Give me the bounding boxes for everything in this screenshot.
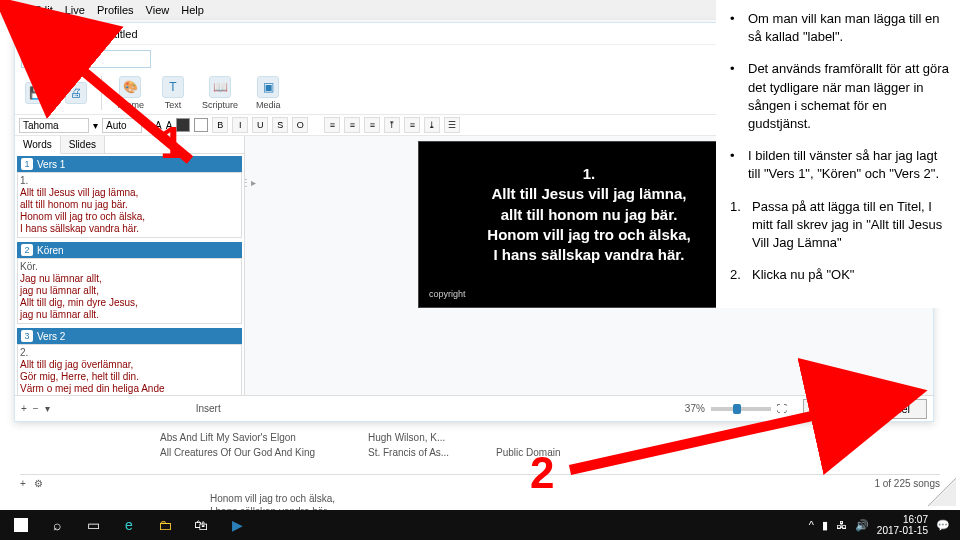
network-icon[interactable]: 🖧	[836, 519, 847, 531]
valign-top-button[interactable]: ⤒	[384, 117, 400, 133]
section-body[interactable]: 1.Allt till Jesus vill jag lämna,allt ti…	[17, 172, 242, 238]
save-button[interactable]: 💾	[21, 80, 51, 106]
tab-words[interactable]: Words	[15, 136, 61, 154]
system-clock[interactable]: 16:07 2017-01-15	[877, 514, 928, 536]
media-button[interactable]: ▣Media	[252, 74, 285, 112]
callout-number-1: 1	[160, 118, 184, 168]
dialog-title: Song Editor - Untitled	[33, 28, 138, 40]
note-step-1: Passa på att lägga till en Titel, I mitt…	[752, 198, 952, 253]
save-icon: 💾	[25, 82, 47, 104]
list-button[interactable]: ☰	[444, 117, 460, 133]
note-bullet-3: I bilden till vänster så har jag lagt ti…	[748, 147, 952, 183]
callout-arrow-1	[60, 50, 220, 174]
song-title-cell: All Creatures Of Our God And King	[160, 445, 350, 460]
section-body[interactable]: 2.Allt till dig jag överlämnar,Gör mig, …	[17, 344, 242, 395]
menu-profiles[interactable]: Profiles	[97, 4, 134, 16]
insert-label: Insert	[196, 403, 221, 414]
lyrics-pane: Words Slides 1Vers 11.Allt till Jesus vi…	[15, 136, 245, 395]
preview-line: allt till honom nu jag bär.	[429, 205, 749, 225]
slide-preview: 1. Allt till Jesus vill jag lämna, allt …	[419, 142, 759, 307]
menu-file[interactable]: File	[4, 4, 22, 16]
volume-icon[interactable]: 🔊	[855, 519, 869, 532]
table-row[interactable]: All Creatures Of Our God And King St. Fr…	[160, 445, 586, 460]
table-row[interactable]: Abs And Lift My Savior's Elgon Hugh Wils…	[160, 430, 586, 445]
section-label-bar[interactable]: 2Kören	[17, 242, 242, 258]
menu-edit[interactable]: Edit	[34, 4, 53, 16]
pane-resize-handle[interactable]: ⋮▸	[244, 175, 252, 189]
preview-line: I hans sällskap vandra här.	[429, 245, 749, 265]
section-body[interactable]: Kör.Jag nu lämnar allt,jag nu lämnar all…	[17, 258, 242, 324]
menu-view[interactable]: View	[146, 4, 170, 16]
menu-help[interactable]: Help	[181, 4, 204, 16]
song-title-cell: Abs And Lift My Savior's Elgon	[160, 430, 350, 445]
page-curl-decoration	[928, 478, 956, 506]
search-icon[interactable]: ⌕	[40, 512, 74, 538]
preview-line-number: 1.	[429, 164, 749, 184]
note-bullet-1: Om man vill kan man lägga till en så kal…	[748, 10, 952, 46]
add-icon[interactable]: +	[20, 478, 26, 489]
gear-icon[interactable]: ⚙	[34, 478, 43, 489]
media-label: Media	[256, 100, 281, 110]
store-icon[interactable]: 🛍	[184, 512, 218, 538]
callout-arrow-2	[560, 400, 860, 484]
valign-middle-button[interactable]: ≡	[404, 117, 420, 133]
strike-button[interactable]: S	[272, 117, 288, 133]
app-play-icon	[21, 29, 29, 39]
media-icon: ▣	[257, 76, 279, 98]
copyright-label: copyright	[429, 289, 749, 299]
outline-button[interactable]: O	[292, 117, 308, 133]
add-section-button[interactable]: +	[21, 403, 27, 414]
callout-number-2: 2	[530, 448, 554, 498]
section-label-text: Kören	[37, 245, 64, 256]
clock-time: 16:07	[877, 514, 928, 525]
remove-section-button[interactable]: −	[33, 403, 39, 414]
preview-line: Allt till Jesus vill jag lämna,	[429, 184, 749, 204]
chevron-down-icon[interactable]: ▾	[45, 403, 50, 414]
song-author-cell: Hugh Wilson, K...	[368, 430, 478, 445]
windows-taskbar[interactable]: ⌕ ▭ e 🗀 🛍 ▶ ^ ▮ 🖧 🔊 16:07 2017-01-15 💬	[0, 510, 960, 540]
section-number: 2	[21, 244, 33, 256]
section-label-text: Vers 2	[37, 331, 65, 342]
align-left-button[interactable]: ≡	[324, 117, 340, 133]
section-label-bar[interactable]: 3Vers 2	[17, 328, 242, 344]
menu-live[interactable]: Live	[65, 4, 85, 16]
svg-line-1	[570, 412, 830, 470]
task-view-icon[interactable]: ▭	[76, 512, 110, 538]
lyrics-section[interactable]: 2KörenKör.Jag nu lämnar allt,jag nu lämn…	[17, 242, 242, 324]
preview-line: Honom vill jag tro och älska,	[429, 225, 749, 245]
align-right-button[interactable]: ≡	[364, 117, 380, 133]
underline-button[interactable]: U	[252, 117, 268, 133]
align-center-button[interactable]: ≡	[344, 117, 360, 133]
instruction-panel: •Om man vill kan man lägga till en så ka…	[716, 0, 960, 308]
note-step-2: Klicka nu på "OK"	[752, 266, 854, 284]
section-number: 3	[21, 330, 33, 342]
lyrics-section[interactable]: 3Vers 22.Allt till dig jag överlämnar,Gö…	[17, 328, 242, 395]
media-app-icon[interactable]: ▶	[220, 512, 254, 538]
italic-button[interactable]: I	[232, 117, 248, 133]
song-library-table: Abs And Lift My Savior's Elgon Hugh Wils…	[160, 430, 586, 460]
tray-chevron-icon[interactable]: ^	[809, 519, 814, 531]
edge-icon[interactable]: e	[112, 512, 146, 538]
note-bullet-2: Det används framförallt för att göra det…	[748, 60, 952, 133]
section-number: 1	[21, 158, 33, 170]
battery-icon[interactable]: ▮	[822, 519, 828, 532]
notifications-icon[interactable]: 💬	[936, 519, 950, 532]
song-author-cell: St. Francis of As...	[368, 445, 478, 460]
clock-date: 2017-01-15	[877, 525, 928, 536]
start-button[interactable]	[4, 512, 38, 538]
cancel-button[interactable]: Cancel	[859, 399, 927, 419]
file-explorer-icon[interactable]: 🗀	[148, 512, 182, 538]
valign-bottom-button[interactable]: ⤓	[424, 117, 440, 133]
